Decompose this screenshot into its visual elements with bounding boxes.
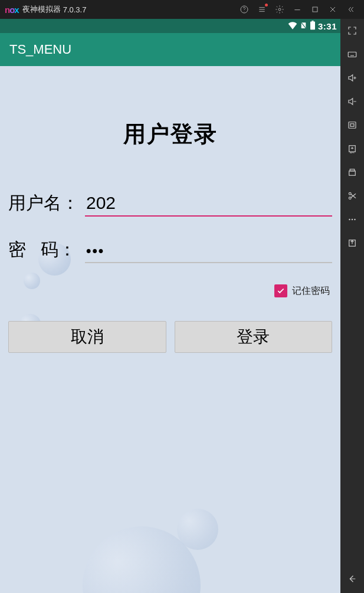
more-icon[interactable] xyxy=(340,208,364,231)
fullscreen-icon[interactable] xyxy=(340,19,364,42)
remember-checkbox[interactable] xyxy=(274,284,287,297)
volume-up-icon[interactable] xyxy=(340,66,364,90)
svg-rect-6 xyxy=(311,21,313,22)
svg-rect-9 xyxy=(350,124,354,127)
login-button[interactable]: 登录 xyxy=(175,321,333,353)
svg-point-17 xyxy=(352,219,353,220)
svg-point-1 xyxy=(244,11,245,12)
file-manager-icon[interactable] xyxy=(340,160,364,184)
screenshot-icon[interactable] xyxy=(340,113,364,137)
clock: 3:31 xyxy=(318,21,337,31)
emulator-sidebar: APK xyxy=(340,19,364,593)
emulator-name: 夜神模拟器 xyxy=(22,4,61,15)
svg-text:APK: APK xyxy=(350,152,355,154)
password-input[interactable]: ••• xyxy=(85,240,332,263)
scissors-icon[interactable] xyxy=(340,184,364,208)
minimize-icon[interactable] xyxy=(288,0,306,19)
volume-down-icon[interactable] xyxy=(340,90,364,113)
svg-point-18 xyxy=(354,219,355,220)
app-bar: TS_MENU xyxy=(0,33,340,66)
install-apk-icon[interactable]: APK xyxy=(340,137,364,160)
svg-point-2 xyxy=(278,8,281,11)
svg-rect-8 xyxy=(349,122,356,129)
collapse-sidebar-icon[interactable] xyxy=(342,0,359,19)
cancel-button[interactable]: 取消 xyxy=(8,321,166,353)
svg-point-16 xyxy=(349,219,350,220)
back-icon[interactable] xyxy=(340,565,364,593)
remember-row: 记住密码 xyxy=(8,284,332,297)
phone-screen: 3:31 TS_MENU 用户登录 用户名： 密 码： ••• 记住密码 取消 xyxy=(0,19,340,593)
settings-icon[interactable] xyxy=(271,0,288,19)
svg-rect-12 xyxy=(349,171,356,176)
login-title: 用户登录 xyxy=(8,119,332,149)
wifi-icon xyxy=(288,21,297,31)
help-icon[interactable] xyxy=(235,0,253,19)
menu-icon[interactable] xyxy=(253,0,271,19)
username-row: 用户名： xyxy=(8,191,332,217)
maximize-icon[interactable] xyxy=(306,0,324,19)
svg-rect-13 xyxy=(350,169,355,171)
login-form: 用户登录 用户名： 密 码： ••• 记住密码 取消 登录 xyxy=(0,66,340,593)
remember-label: 记住密码 xyxy=(292,285,330,297)
username-label: 用户名： xyxy=(8,191,85,215)
svg-rect-3 xyxy=(313,7,317,12)
emulator-version: 7.0.3.7 xyxy=(63,5,87,14)
app-title: TS_MENU xyxy=(9,42,71,57)
emulator-titlebar: nox 夜神模拟器 7.0.3.7 xyxy=(0,0,364,19)
keyboard-icon[interactable] xyxy=(340,42,364,66)
close-icon[interactable] xyxy=(324,0,342,19)
username-input[interactable] xyxy=(85,191,332,217)
svg-rect-7 xyxy=(348,52,356,57)
password-label: 密 码： xyxy=(8,238,85,262)
svg-rect-5 xyxy=(310,21,315,30)
battery-icon xyxy=(310,21,316,32)
no-sim-icon xyxy=(300,21,307,31)
share-icon[interactable] xyxy=(340,231,364,255)
nox-logo: nox xyxy=(5,5,19,15)
android-statusbar: 3:31 xyxy=(0,19,340,33)
button-row: 取消 登录 xyxy=(8,321,332,353)
password-row: 密 码： ••• xyxy=(8,238,332,263)
